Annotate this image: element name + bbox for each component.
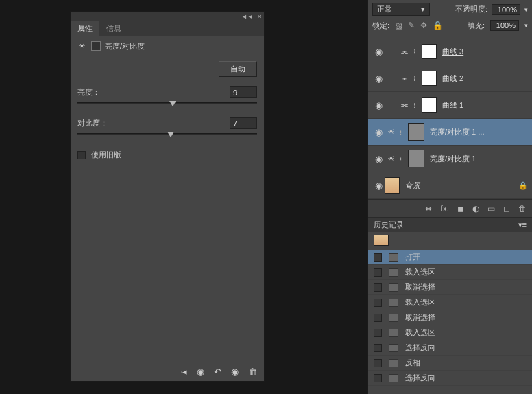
panel-titlebar: ◄◄ × xyxy=(71,12,264,21)
lock-all-icon[interactable]: 🔒 xyxy=(433,21,443,30)
history-checkbox[interactable] xyxy=(374,374,382,382)
layer-name[interactable]: 曲线 1 xyxy=(442,100,463,111)
layer-name[interactable]: 亮度/对比度 1 ... xyxy=(430,127,484,137)
brightness-label: 亮度： xyxy=(77,87,100,97)
history-row[interactable]: 取消选择 xyxy=(368,310,532,325)
auto-button[interactable]: 自动 xyxy=(219,61,257,77)
opacity-label: 不透明度: xyxy=(455,4,487,14)
lock-position-icon[interactable]: ✥ xyxy=(420,21,427,30)
lock-icon: 🔒 xyxy=(518,181,528,190)
new-layer-icon[interactable]: ◻ xyxy=(503,204,510,213)
lock-transparent-icon[interactable]: ▨ xyxy=(395,21,402,30)
visibility-icon[interactable]: ◉ xyxy=(372,73,385,84)
tab-info[interactable]: 信息 xyxy=(99,21,128,36)
history-checkbox[interactable] xyxy=(374,344,382,352)
history-step-icon xyxy=(389,329,398,337)
history-checkbox[interactable] xyxy=(374,299,382,307)
layers-list: ◉ ⫘⁞ 曲线 3 ◉ ⫘⁞ 曲线 2 ◉ ⫘⁞ 曲线 1 ◉ ☀⁞ 亮度/对比… xyxy=(368,38,532,199)
reset-icon[interactable]: ↶ xyxy=(214,367,221,377)
layer-row[interactable]: ◉ ⫘⁞ 曲线 1 xyxy=(368,92,532,119)
history-row[interactable]: 选择反向 xyxy=(368,371,532,386)
history-row[interactable]: 反相 xyxy=(368,356,532,371)
collapse-icon[interactable]: ◄◄ xyxy=(241,13,254,20)
add-mask-icon[interactable]: ◼ xyxy=(457,204,464,213)
blend-mode-dropdown[interactable]: 正常▾ xyxy=(372,3,430,16)
history-checkbox[interactable] xyxy=(374,283,382,292)
visibility-icon[interactable]: ◉ xyxy=(372,181,385,191)
clip-icon[interactable]: ▫◂ xyxy=(179,367,187,377)
contrast-slider[interactable] xyxy=(77,130,257,143)
layer-mask[interactable] xyxy=(422,71,437,86)
close-icon[interactable]: × xyxy=(258,13,261,20)
visibility-icon[interactable]: ◉ xyxy=(372,127,385,137)
visibility-icon[interactable]: ◉ xyxy=(231,367,239,377)
history-step-icon xyxy=(389,359,398,367)
brightness-input[interactable] xyxy=(230,86,257,98)
lock-pixels-icon[interactable]: ✎ xyxy=(408,21,415,30)
panel-footer: ▫◂ ◉ ↶ ◉ 🗑 xyxy=(71,362,264,381)
chevron-down-icon[interactable]: ▾ xyxy=(524,22,528,29)
link-icon: ⁞ xyxy=(413,102,419,109)
fill-input[interactable] xyxy=(490,20,519,31)
history-label: 取消选择 xyxy=(405,312,435,323)
panel-menu-icon[interactable]: ▾≡ xyxy=(518,220,527,229)
adjustment-layer-icon[interactable]: ◐ xyxy=(472,204,479,213)
lock-label: 锁定: xyxy=(372,21,389,31)
contrast-input[interactable] xyxy=(230,117,257,129)
delete-layer-icon[interactable]: 🗑 xyxy=(518,204,527,213)
history-label: 选择反向 xyxy=(405,343,435,353)
properties-panel: ◄◄ × 属性 信息 ☀ 亮度/对比度 自动 亮度： 对比度： xyxy=(70,11,265,382)
history-checkbox[interactable] xyxy=(374,253,382,262)
history-checkbox[interactable] xyxy=(374,314,382,322)
history-checkbox[interactable] xyxy=(374,268,382,277)
visibility-icon[interactable]: ◉ xyxy=(372,47,385,57)
visibility-icon[interactable]: ◉ xyxy=(372,154,385,164)
layer-row[interactable]: ◉ ☀⁞ 亮度/对比度 1 xyxy=(368,146,532,172)
opacity-input[interactable] xyxy=(492,4,520,15)
history-checkbox[interactable] xyxy=(374,359,382,367)
link-icon: ⁞ xyxy=(413,48,419,56)
history-step-icon xyxy=(389,253,398,262)
fx-icon[interactable]: fx. xyxy=(440,204,449,213)
brightness-icon: ☀ xyxy=(385,126,397,138)
history-row[interactable]: 取消选择 xyxy=(368,280,532,295)
layer-row[interactable]: ◉ ☀⁞ 亮度/对比度 1 ... xyxy=(368,119,532,146)
layer-thumbnail[interactable] xyxy=(385,177,400,194)
brightness-slider[interactable] xyxy=(77,100,257,112)
history-checkbox[interactable] xyxy=(374,329,382,337)
layer-mask[interactable] xyxy=(422,97,437,113)
layer-row[interactable]: ◉ ⫘⁞ 曲线 3 xyxy=(368,38,532,65)
curves-icon: ⫘ xyxy=(398,72,411,84)
visibility-icon[interactable]: ◉ xyxy=(372,100,385,111)
delete-icon[interactable]: 🗑 xyxy=(248,367,257,377)
layer-name[interactable]: 曲线 3 xyxy=(442,47,463,57)
chevron-down-icon[interactable]: ▾ xyxy=(524,6,528,13)
history-label: 取消选择 xyxy=(405,282,435,292)
chevron-down-icon: ▾ xyxy=(421,5,425,14)
snapshot-thumb[interactable] xyxy=(374,235,389,246)
link-layers-icon[interactable]: ⇔ xyxy=(425,204,432,213)
panel-tabs: 属性 信息 xyxy=(71,21,264,36)
layer-name[interactable]: 亮度/对比度 1 xyxy=(430,154,476,164)
props-header: ☀ 亮度/对比度 xyxy=(71,36,264,56)
history-label: 载入选区 xyxy=(405,267,435,277)
history-label: 载入选区 xyxy=(405,327,435,338)
layer-mask[interactable] xyxy=(422,44,437,59)
layer-name[interactable]: 背景 xyxy=(405,181,420,191)
link-icon: ⁞ xyxy=(400,155,405,163)
layer-name[interactable]: 曲线 2 xyxy=(442,73,463,84)
history-row[interactable]: 载入选区 xyxy=(368,265,532,280)
history-row[interactable]: 载入选区 xyxy=(368,325,532,340)
group-icon[interactable]: ▭ xyxy=(487,204,495,213)
history-label: 选择反向 xyxy=(405,373,435,383)
view-previous-icon[interactable]: ◉ xyxy=(197,367,204,377)
history-row[interactable]: 打开 xyxy=(368,250,532,265)
legacy-checkbox[interactable] xyxy=(77,151,86,159)
history-row[interactable]: 选择反向 xyxy=(368,340,532,356)
layer-row[interactable]: ◉ ⫘⁞ 曲线 2 xyxy=(368,65,532,92)
layer-row[interactable]: ◉ 背景 🔒 xyxy=(368,172,532,199)
layer-mask[interactable] xyxy=(408,150,424,167)
layer-mask[interactable] xyxy=(408,123,424,141)
tab-properties[interactable]: 属性 xyxy=(71,21,99,36)
history-row[interactable]: 载入选区 xyxy=(368,295,532,310)
